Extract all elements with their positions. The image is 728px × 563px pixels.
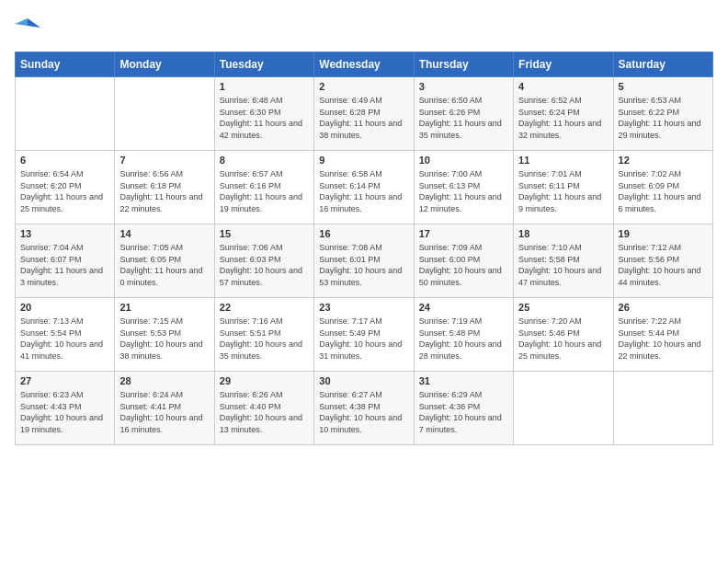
calendar-cell: 9Sunrise: 6:58 AM Sunset: 6:14 PM Daylig… bbox=[314, 151, 414, 224]
day-number: 26 bbox=[619, 302, 708, 313]
day-number: 24 bbox=[419, 302, 508, 313]
col-header-wednesday: Wednesday bbox=[314, 52, 414, 77]
day-number: 7 bbox=[119, 155, 209, 166]
col-header-thursday: Thursday bbox=[414, 52, 513, 77]
day-number: 8 bbox=[220, 155, 309, 166]
day-number: 16 bbox=[319, 228, 408, 239]
calendar-cell: 22Sunrise: 7:16 AM Sunset: 5:51 PM Dayli… bbox=[214, 298, 313, 372]
calendar-cell: 24Sunrise: 7:19 AM Sunset: 5:48 PM Dayli… bbox=[414, 298, 513, 372]
calendar-cell: 26Sunrise: 7:22 AM Sunset: 5:44 PM Dayli… bbox=[613, 298, 712, 372]
day-number: 9 bbox=[319, 155, 408, 166]
day-number: 27 bbox=[20, 375, 109, 386]
calendar-cell: 21Sunrise: 7:15 AM Sunset: 5:53 PM Dayli… bbox=[115, 298, 214, 372]
col-header-tuesday: Tuesday bbox=[214, 52, 313, 77]
calendar-cell: 15Sunrise: 7:06 AM Sunset: 6:03 PM Dayli… bbox=[214, 224, 313, 298]
day-detail: Sunrise: 6:24 AM Sunset: 4:41 PM Dayligh… bbox=[119, 389, 209, 435]
day-number: 2 bbox=[319, 81, 408, 92]
day-number: 17 bbox=[419, 228, 508, 239]
day-detail: Sunrise: 6:54 AM Sunset: 6:20 PM Dayligh… bbox=[20, 168, 109, 214]
calendar-cell: 31Sunrise: 6:29 AM Sunset: 4:36 PM Dayli… bbox=[414, 372, 513, 445]
page-header bbox=[15, 15, 713, 40]
col-header-friday: Friday bbox=[514, 52, 613, 77]
calendar-cell: 7Sunrise: 6:56 AM Sunset: 6:18 PM Daylig… bbox=[115, 151, 214, 224]
calendar-table: SundayMondayTuesdayWednesdayThursdayFrid… bbox=[15, 52, 713, 445]
day-detail: Sunrise: 6:58 AM Sunset: 6:14 PM Dayligh… bbox=[319, 168, 408, 214]
calendar-cell: 28Sunrise: 6:24 AM Sunset: 4:41 PM Dayli… bbox=[115, 372, 214, 445]
day-number: 5 bbox=[619, 81, 708, 92]
logo bbox=[15, 15, 44, 40]
day-number: 22 bbox=[220, 302, 309, 313]
calendar-cell: 16Sunrise: 7:08 AM Sunset: 6:01 PM Dayli… bbox=[314, 224, 414, 298]
day-detail: Sunrise: 6:56 AM Sunset: 6:18 PM Dayligh… bbox=[119, 168, 209, 214]
calendar-cell: 3Sunrise: 6:50 AM Sunset: 6:26 PM Daylig… bbox=[414, 77, 513, 151]
day-detail: Sunrise: 7:09 AM Sunset: 6:00 PM Dayligh… bbox=[419, 242, 508, 288]
day-number: 13 bbox=[20, 228, 109, 239]
calendar-cell: 20Sunrise: 7:13 AM Sunset: 5:54 PM Dayli… bbox=[16, 298, 115, 372]
day-number: 1 bbox=[220, 81, 309, 92]
calendar-cell: 11Sunrise: 7:01 AM Sunset: 6:11 PM Dayli… bbox=[514, 151, 613, 224]
calendar-cell: 2Sunrise: 6:49 AM Sunset: 6:28 PM Daylig… bbox=[314, 77, 414, 151]
calendar-cell bbox=[16, 77, 115, 151]
day-detail: Sunrise: 7:19 AM Sunset: 5:48 PM Dayligh… bbox=[419, 316, 508, 362]
day-detail: Sunrise: 7:13 AM Sunset: 5:54 PM Dayligh… bbox=[20, 316, 109, 362]
day-detail: Sunrise: 7:06 AM Sunset: 6:03 PM Dayligh… bbox=[220, 242, 309, 288]
calendar-cell bbox=[613, 372, 712, 445]
day-number: 10 bbox=[419, 155, 508, 166]
calendar-cell bbox=[115, 77, 214, 151]
calendar-cell: 8Sunrise: 6:57 AM Sunset: 6:16 PM Daylig… bbox=[214, 151, 313, 224]
day-number: 29 bbox=[220, 375, 309, 386]
calendar-cell: 27Sunrise: 6:23 AM Sunset: 4:43 PM Dayli… bbox=[16, 372, 115, 445]
day-number: 25 bbox=[518, 302, 608, 313]
day-detail: Sunrise: 7:12 AM Sunset: 5:56 PM Dayligh… bbox=[619, 242, 708, 288]
calendar-cell: 17Sunrise: 7:09 AM Sunset: 6:00 PM Dayli… bbox=[414, 224, 513, 298]
day-detail: Sunrise: 6:49 AM Sunset: 6:28 PM Dayligh… bbox=[319, 95, 408, 141]
day-detail: Sunrise: 6:27 AM Sunset: 4:38 PM Dayligh… bbox=[319, 389, 408, 435]
col-header-saturday: Saturday bbox=[613, 52, 712, 77]
day-detail: Sunrise: 7:02 AM Sunset: 6:09 PM Dayligh… bbox=[619, 168, 708, 214]
day-number: 19 bbox=[619, 228, 708, 239]
logo-icon bbox=[15, 15, 40, 40]
day-number: 11 bbox=[518, 155, 608, 166]
col-header-monday: Monday bbox=[115, 52, 214, 77]
day-number: 6 bbox=[20, 155, 109, 166]
day-detail: Sunrise: 7:20 AM Sunset: 5:46 PM Dayligh… bbox=[518, 316, 608, 362]
day-detail: Sunrise: 6:52 AM Sunset: 6:24 PM Dayligh… bbox=[518, 95, 608, 141]
day-number: 31 bbox=[419, 375, 508, 386]
col-header-sunday: Sunday bbox=[16, 52, 115, 77]
calendar-cell: 10Sunrise: 7:00 AM Sunset: 6:13 PM Dayli… bbox=[414, 151, 513, 224]
day-number: 3 bbox=[419, 81, 508, 92]
day-detail: Sunrise: 7:15 AM Sunset: 5:53 PM Dayligh… bbox=[119, 316, 209, 362]
day-number: 21 bbox=[119, 302, 209, 313]
calendar-cell: 13Sunrise: 7:04 AM Sunset: 6:07 PM Dayli… bbox=[16, 224, 115, 298]
day-detail: Sunrise: 7:01 AM Sunset: 6:11 PM Dayligh… bbox=[518, 168, 608, 214]
day-number: 14 bbox=[119, 228, 209, 239]
day-detail: Sunrise: 6:50 AM Sunset: 6:26 PM Dayligh… bbox=[419, 95, 508, 141]
day-number: 30 bbox=[319, 375, 408, 386]
day-number: 28 bbox=[119, 375, 209, 386]
day-number: 4 bbox=[518, 81, 608, 92]
calendar-cell: 6Sunrise: 6:54 AM Sunset: 6:20 PM Daylig… bbox=[16, 151, 115, 224]
svg-marker-1 bbox=[15, 18, 28, 26]
day-number: 18 bbox=[518, 228, 608, 239]
day-detail: Sunrise: 7:10 AM Sunset: 5:58 PM Dayligh… bbox=[518, 242, 608, 288]
day-detail: Sunrise: 6:23 AM Sunset: 4:43 PM Dayligh… bbox=[20, 389, 109, 435]
calendar-cell: 19Sunrise: 7:12 AM Sunset: 5:56 PM Dayli… bbox=[613, 224, 712, 298]
calendar-cell: 23Sunrise: 7:17 AM Sunset: 5:49 PM Dayli… bbox=[314, 298, 414, 372]
calendar-cell: 25Sunrise: 7:20 AM Sunset: 5:46 PM Dayli… bbox=[514, 298, 613, 372]
day-detail: Sunrise: 6:57 AM Sunset: 6:16 PM Dayligh… bbox=[220, 168, 309, 214]
day-number: 15 bbox=[220, 228, 309, 239]
day-number: 20 bbox=[20, 302, 109, 313]
day-detail: Sunrise: 6:53 AM Sunset: 6:22 PM Dayligh… bbox=[619, 95, 708, 141]
day-detail: Sunrise: 7:04 AM Sunset: 6:07 PM Dayligh… bbox=[20, 242, 109, 288]
calendar-cell: 30Sunrise: 6:27 AM Sunset: 4:38 PM Dayli… bbox=[314, 372, 414, 445]
calendar-cell: 4Sunrise: 6:52 AM Sunset: 6:24 PM Daylig… bbox=[514, 77, 613, 151]
calendar-cell: 12Sunrise: 7:02 AM Sunset: 6:09 PM Dayli… bbox=[613, 151, 712, 224]
calendar-cell: 29Sunrise: 6:26 AM Sunset: 4:40 PM Dayli… bbox=[214, 372, 313, 445]
day-detail: Sunrise: 6:26 AM Sunset: 4:40 PM Dayligh… bbox=[220, 389, 309, 435]
day-detail: Sunrise: 6:48 AM Sunset: 6:30 PM Dayligh… bbox=[220, 95, 309, 141]
svg-marker-0 bbox=[28, 18, 40, 28]
calendar-cell: 5Sunrise: 6:53 AM Sunset: 6:22 PM Daylig… bbox=[613, 77, 712, 151]
calendar-cell bbox=[514, 372, 613, 445]
day-detail: Sunrise: 7:17 AM Sunset: 5:49 PM Dayligh… bbox=[319, 316, 408, 362]
day-number: 23 bbox=[319, 302, 408, 313]
